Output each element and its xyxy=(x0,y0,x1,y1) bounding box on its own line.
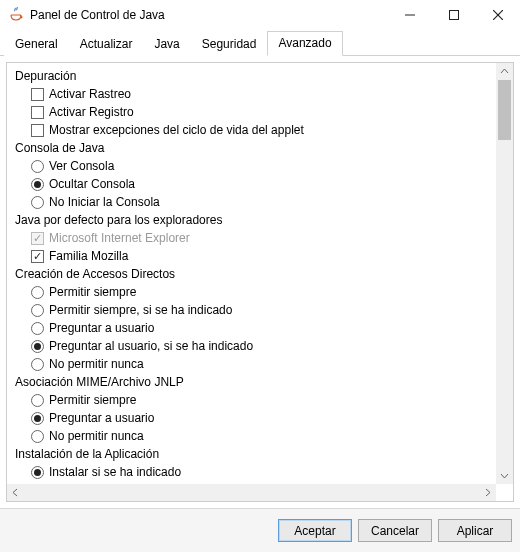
opt-excepciones[interactable]: Mostrar excepciones del ciclo de vida de… xyxy=(9,121,494,139)
accept-button[interactable]: Aceptar xyxy=(278,519,352,542)
checkbox-icon xyxy=(31,106,44,119)
radio-icon xyxy=(31,430,44,443)
opt-label: No permitir nunca xyxy=(49,356,144,372)
opt-rastreo[interactable]: Activar Rastreo xyxy=(9,85,494,103)
opt-label: Activar Rastreo xyxy=(49,86,131,102)
vertical-scrollbar[interactable] xyxy=(496,63,513,484)
opt-label: Ocultar Consola xyxy=(49,176,135,192)
titlebar: Panel de Control de Java xyxy=(0,0,520,30)
tab-java[interactable]: Java xyxy=(143,32,190,56)
opt-accesos-siempre-ind[interactable]: Permitir siempre, si se ha indicado xyxy=(9,301,494,319)
opt-label: Permitir siempre, si se ha indicado xyxy=(49,302,232,318)
opt-label: Ver Consola xyxy=(49,158,114,174)
opt-label: Activar Registro xyxy=(49,104,134,120)
maximize-button[interactable] xyxy=(432,0,476,30)
radio-icon xyxy=(31,304,44,317)
scroll-left-icon[interactable] xyxy=(7,484,24,501)
opt-label: Permitir siempre xyxy=(49,392,136,408)
tab-general[interactable]: General xyxy=(4,32,69,56)
opt-noiniciar-consola[interactable]: No Iniciar la Consola xyxy=(9,193,494,211)
tab-actualizar[interactable]: Actualizar xyxy=(69,32,144,56)
opt-accesos-preguntar[interactable]: Preguntar a usuario xyxy=(9,319,494,337)
content-area: Depuración Activar Rastreo Activar Regis… xyxy=(0,56,520,508)
opt-label: Permitir siempre xyxy=(49,284,136,300)
cancel-button[interactable]: Cancelar xyxy=(358,519,432,542)
checkbox-icon xyxy=(31,124,44,137)
opt-label: Familia Mozilla xyxy=(49,248,128,264)
radio-icon xyxy=(31,358,44,371)
opt-ver-consola[interactable]: Ver Consola xyxy=(9,157,494,175)
opt-label: Preguntar a usuario xyxy=(49,410,154,426)
group-depuracion: Depuración xyxy=(9,67,494,85)
group-consola: Consola de Java xyxy=(9,139,494,157)
close-button[interactable] xyxy=(476,0,520,30)
group-jnlp: Asociación MIME/Archivo JNLP xyxy=(9,373,494,391)
opt-label: No permitir nunca xyxy=(49,428,144,444)
opt-label: Microsoft Internet Explorer xyxy=(49,230,190,246)
scroll-thumb[interactable] xyxy=(498,80,511,140)
opt-ocultar-consola[interactable]: Ocultar Consola xyxy=(9,175,494,193)
radio-icon xyxy=(31,394,44,407)
opt-label: Preguntar a usuario xyxy=(49,320,154,336)
opt-mozilla[interactable]: Familia Mozilla xyxy=(9,247,494,265)
opt-accesos-siempre[interactable]: Permitir siempre xyxy=(9,283,494,301)
opt-label: Instalar si se ha indicado xyxy=(49,464,181,480)
radio-icon xyxy=(31,196,44,209)
dialog-footer: Aceptar Cancelar Aplicar xyxy=(0,508,520,552)
radio-icon xyxy=(31,286,44,299)
opt-label: Preguntar al usuario, si se ha indicado xyxy=(49,338,253,354)
radio-icon xyxy=(31,412,44,425)
opt-registro[interactable]: Activar Registro xyxy=(9,103,494,121)
java-icon xyxy=(8,7,24,23)
group-exploradores: Java por defecto para los exploradores xyxy=(9,211,494,229)
window-title: Panel de Control de Java xyxy=(30,8,388,22)
radio-icon xyxy=(31,466,44,479)
opt-label: Mostrar excepciones del ciclo de vida de… xyxy=(49,122,304,138)
scroll-up-icon[interactable] xyxy=(496,63,513,80)
scroll-right-icon[interactable] xyxy=(479,484,496,501)
group-accesos: Creación de Accesos Directos xyxy=(9,265,494,283)
svg-rect-1 xyxy=(450,11,459,20)
checkbox-icon xyxy=(31,88,44,101)
checkbox-icon xyxy=(31,250,44,263)
apply-button[interactable]: Aplicar xyxy=(438,519,512,542)
opt-accesos-nunca[interactable]: No permitir nunca xyxy=(9,355,494,373)
opt-label: No Iniciar la Consola xyxy=(49,194,160,210)
checkbox-icon xyxy=(31,232,44,245)
radio-icon xyxy=(31,160,44,173)
settings-tree: Depuración Activar Rastreo Activar Regis… xyxy=(7,63,496,484)
settings-pane: Depuración Activar Rastreo Activar Regis… xyxy=(6,62,514,502)
opt-inst-ind[interactable]: Instalar si se ha indicado xyxy=(9,463,494,481)
tab-avanzado[interactable]: Avanzado xyxy=(267,31,342,56)
radio-icon xyxy=(31,340,44,353)
opt-jnlp-siempre[interactable]: Permitir siempre xyxy=(9,391,494,409)
group-instalacion: Instalación de la Aplicación xyxy=(9,445,494,463)
opt-accesos-preguntar-ind[interactable]: Preguntar al usuario, si se ha indicado xyxy=(9,337,494,355)
scroll-down-icon[interactable] xyxy=(496,467,513,484)
minimize-button[interactable] xyxy=(388,0,432,30)
opt-jnlp-nunca[interactable]: No permitir nunca xyxy=(9,427,494,445)
radio-icon xyxy=(31,322,44,335)
tab-seguridad[interactable]: Seguridad xyxy=(191,32,268,56)
opt-ie: Microsoft Internet Explorer xyxy=(9,229,494,247)
radio-icon xyxy=(31,178,44,191)
tab-bar: General Actualizar Java Seguridad Avanza… xyxy=(0,30,520,56)
horizontal-scrollbar[interactable] xyxy=(7,484,496,501)
opt-jnlp-preguntar[interactable]: Preguntar a usuario xyxy=(9,409,494,427)
